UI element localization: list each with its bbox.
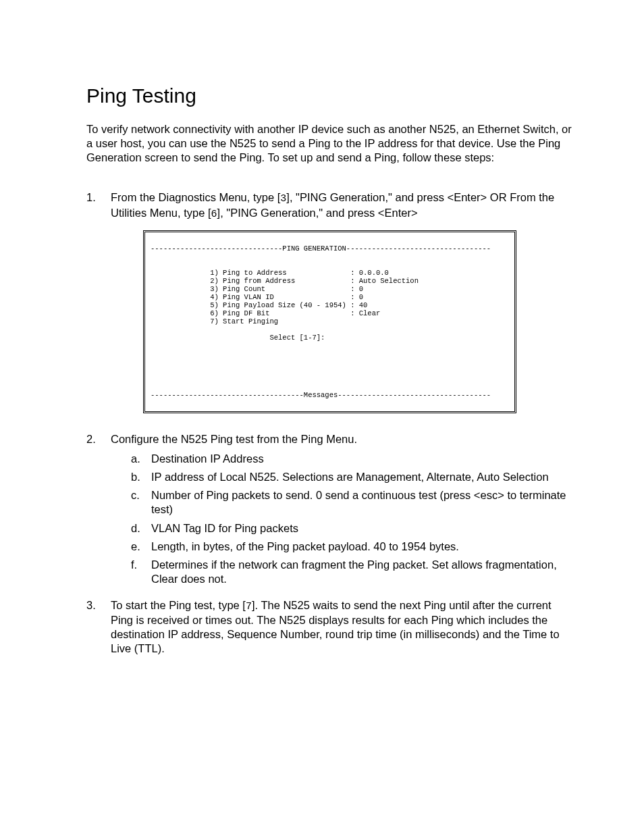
step-2b: IP address of Local N525. Selections are… [131,470,573,484]
step-2: Configure the N525 Ping test from the Pi… [86,432,573,586]
intro-paragraph: To verify network connectivity with anot… [86,122,573,165]
step-2c: Number of Ping packets to send. 0 send a… [131,488,573,517]
step-2b-text: IP address of Local N525. Selections are… [151,470,573,484]
terminal-screenshot: -------------------------------PING GENE… [143,230,516,413]
step-3: To start the Ping test, type [7]. The N5… [86,598,573,656]
step-1: From the Diagnostics Menu, type [3], "PI… [86,190,573,413]
step-1-text-a: From the Diagnostics Menu, type [ [111,191,280,203]
steps-list: From the Diagnostics Menu, type [3], "PI… [86,190,573,656]
step-2f-text: Determines if the network can fragment t… [151,558,573,586]
terminal-content: -------------------------------PING GENE… [151,236,509,407]
step-1-text-c: ], "PING Generation," and press <Enter> [217,207,418,219]
step-2-text: Configure the N525 Ping test from the Pi… [111,433,357,445]
step-2e-text: Length, in bytes, of the Ping packet pay… [151,540,573,554]
step-2d-text: VLAN Tag ID for Ping packets [151,521,573,536]
step-2f: Determines if the network can fragment t… [131,558,573,586]
step-2a-text: Destination IP Address [151,452,573,466]
step-1-code-1: 3 [280,193,286,205]
step-2-sublist: Destination IP Address IP address of Loc… [131,452,573,586]
step-2c-text: Number of Ping packets to send. 0 send a… [151,488,573,517]
step-2d: VLAN Tag ID for Ping packets [131,521,573,536]
step-2a: Destination IP Address [131,452,573,466]
page-title: Ping Testing [86,84,573,107]
document-page: Ping Testing To verify network connectiv… [0,0,644,709]
step-1-code-2: 6 [211,209,217,220]
step-3-text-a: To start the Ping test, type [ [111,599,246,611]
step-3-code: 7 [246,601,252,613]
terminal-border: -------------------------------PING GENE… [143,230,516,413]
step-2e: Length, in bytes, of the Ping packet pay… [131,540,573,554]
